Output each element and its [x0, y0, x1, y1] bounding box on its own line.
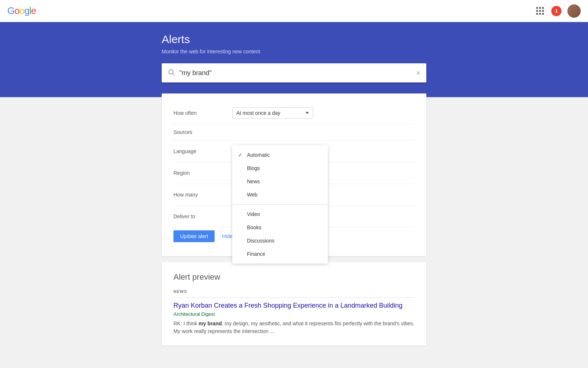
dropdown-item-label: Finance [247, 251, 265, 257]
dot [536, 7, 538, 9]
article-source: Architectural Digest [173, 311, 415, 317]
dropdown-item-video[interactable]: Video [232, 208, 328, 221]
how-many-label: How many [173, 192, 232, 198]
snippet-prefix: RK: I think [173, 321, 198, 326]
news-section-label: NEWS [173, 289, 415, 298]
notification-badge[interactable]: 1 [551, 6, 562, 16]
page-subtitle: Monitor the web for interesting new cont… [162, 49, 426, 54]
dropdown-item-books[interactable]: Books [232, 221, 328, 234]
apps-grid-icon[interactable] [535, 6, 545, 16]
search-clear-button[interactable]: × [416, 69, 420, 77]
page-title: Alerts [162, 33, 426, 46]
dot [542, 7, 544, 9]
dropdown-section-2: Video Books Discussions Finance [232, 204, 328, 263]
svg-point-0 [169, 70, 173, 74]
preview-title: Alert preview [173, 272, 415, 282]
main-content: How often As-it-happens At most once a d… [154, 93, 434, 346]
region-label: Region [173, 170, 232, 176]
dot [536, 13, 538, 15]
deliver-to-label: Deliver to [173, 213, 232, 219]
banner: Alerts Monitor the web for interesting n… [0, 22, 588, 97]
banner-content: Alerts Monitor the web for interesting n… [154, 33, 434, 82]
notification-count: 1 [555, 8, 557, 14]
dot [539, 10, 541, 12]
dot [542, 13, 544, 15]
dropdown-item-web[interactable]: Web [232, 188, 328, 201]
preview-card: Alert preview NEWS Ryan Korban Creates a… [162, 262, 426, 346]
search-input[interactable] [179, 69, 416, 77]
dropdown-section-1: Automatic Blogs News Web [232, 145, 328, 204]
dropdown-item-news[interactable]: News [232, 175, 328, 188]
dot [539, 7, 541, 9]
user-avatar[interactable] [567, 4, 581, 18]
dot [536, 10, 538, 12]
svg-line-1 [173, 74, 175, 75]
logo-g: G [7, 5, 14, 16]
dropdown-item-automatic[interactable]: Automatic [232, 148, 328, 162]
update-alert-button[interactable]: Update alert [173, 230, 215, 242]
header-right: 1 [535, 4, 581, 18]
logo-o2: o [19, 5, 24, 16]
how-often-row: How often As-it-happens At most once a d… [173, 102, 415, 124]
dropdown-item-label: Automatic [247, 152, 270, 158]
google-logo[interactable]: Google [7, 5, 36, 17]
dropdown-item-label: Blogs [247, 165, 260, 171]
dropdown-item-blogs[interactable]: Blogs [232, 162, 328, 175]
snippet-bold: my brand [198, 321, 222, 326]
header-left: Google [7, 5, 36, 17]
dropdown-item-finance[interactable]: Finance [232, 247, 328, 261]
dot [539, 13, 541, 15]
article-snippet: RK: I think my brand, my design, my aest… [173, 320, 415, 335]
logo-g2: g [24, 5, 29, 16]
dropdown-item-label: Books [247, 224, 261, 230]
logo-o1: o [14, 5, 19, 16]
how-often-value: As-it-happens At most once a day At most… [232, 107, 415, 118]
sources-dropdown: Automatic Blogs News Web [232, 145, 328, 263]
dropdown-item-label: News [247, 178, 260, 184]
logo-e: e [31, 5, 36, 16]
how-often-select[interactable]: As-it-happens At most once a day At most… [232, 107, 313, 118]
sources-label: Sources [173, 129, 232, 135]
dot [542, 10, 544, 12]
article: Ryan Korban Creates a Fresh Shopping Exp… [173, 301, 415, 335]
options-card: How often As-it-happens At most once a d… [162, 93, 426, 256]
dropdown-item-label: Web [247, 192, 258, 198]
article-title[interactable]: Ryan Korban Creates a Fresh Shopping Exp… [173, 301, 415, 310]
how-often-label: How often [173, 110, 232, 116]
header: Google 1 [0, 0, 588, 22]
dropdown-item-label: Discussions [247, 238, 275, 244]
sources-row: Sources Automatic Blogs News [173, 124, 415, 141]
dropdown-item-discussions[interactable]: Discussions [232, 234, 328, 247]
dropdown-item-label: Video [247, 211, 260, 217]
search-bar: × [162, 63, 426, 82]
search-icon [168, 68, 175, 77]
avatar-image [567, 4, 581, 18]
language-label: Language [173, 148, 232, 154]
